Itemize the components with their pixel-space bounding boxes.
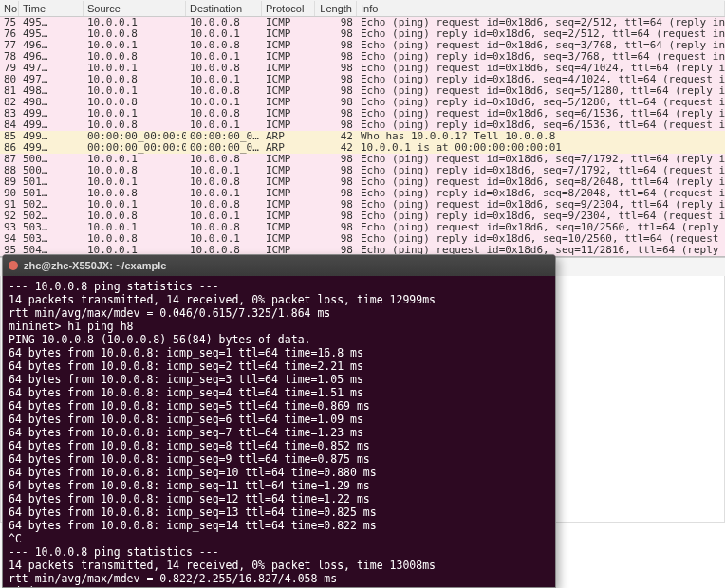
cell-info: Echo (ping) request id=0x18d6, seq=4/102…	[357, 63, 725, 74]
cell-time: 501…	[19, 188, 84, 199]
packet-row[interactable]: 92502…10.0.0.810.0.0.1ICMP98Echo (ping) …	[0, 211, 725, 222]
col-header-info[interactable]: Info	[357, 1, 725, 16]
packet-row[interactable]: 88500…10.0.0.810.0.0.1ICMP98Echo (ping) …	[0, 165, 725, 176]
cell-src: 10.0.0.1	[84, 199, 186, 211]
cell-info: Echo (ping) reply id=0x18d6, seq=9/2304,…	[357, 211, 725, 222]
packet-row[interactable]: 91502…10.0.0.110.0.0.8ICMP98Echo (ping) …	[0, 199, 725, 211]
cell-len: 98	[315, 188, 357, 199]
packet-list-header: No. Time Source Destination Protocol Len…	[0, 0, 725, 17]
cell-src: 10.0.0.1	[84, 222, 186, 233]
col-header-dst[interactable]: Destination	[186, 1, 262, 16]
cell-len: 98	[315, 222, 357, 233]
packet-row[interactable]: 87500…10.0.0.110.0.0.8ICMP98Echo (ping) …	[0, 154, 725, 165]
cell-no: 77	[0, 40, 19, 51]
cell-len: 98	[315, 233, 357, 245]
cell-len: 98	[315, 40, 357, 51]
cell-info: Echo (ping) reply id=0x18d6, seq=5/1280,…	[357, 97, 725, 108]
cell-dst: 10.0.0.1	[186, 165, 262, 176]
cell-src: 10.0.0.1	[84, 154, 186, 165]
cell-time: 495…	[19, 28, 84, 40]
cell-no: 79	[0, 63, 19, 74]
packet-list-pane: No. Time Source Destination Protocol Len…	[0, 0, 725, 257]
cell-dst: 10.0.0.8	[186, 63, 262, 74]
close-icon[interactable]	[9, 261, 18, 270]
packet-row[interactable]: 77496…10.0.0.110.0.0.8ICMP98Echo (ping) …	[0, 40, 725, 51]
cell-src: 10.0.0.1	[84, 40, 186, 51]
packet-row[interactable]: 80497…10.0.0.810.0.0.1ICMP98Echo (ping) …	[0, 74, 725, 85]
cell-dst: 00:00:00_0…	[186, 142, 262, 154]
cell-info: Echo (ping) reply id=0x18d6, seq=7/1792,…	[357, 165, 725, 176]
cell-no: 84	[0, 119, 19, 131]
cell-info: Echo (ping) request id=0x18d6, seq=3/768…	[357, 40, 725, 51]
packet-row[interactable]: 93503…10.0.0.110.0.0.8ICMP98Echo (ping) …	[0, 222, 725, 233]
packet-row[interactable]: 79497…10.0.0.110.0.0.8ICMP98Echo (ping) …	[0, 63, 725, 74]
cell-time: 498…	[19, 85, 84, 97]
cell-proto: ICMP	[262, 176, 315, 188]
cell-no: 92	[0, 211, 19, 222]
cell-info: Echo (ping) request id=0x18d6, seq=7/179…	[357, 154, 725, 165]
cell-info: Echo (ping) reply id=0x18d6, seq=6/1536,…	[357, 119, 725, 131]
cell-time: 502…	[19, 199, 84, 211]
packet-row[interactable]: 75495…10.0.0.110.0.0.8ICMP98Echo (ping) …	[0, 17, 725, 28]
packet-list-body[interactable]: 75495…10.0.0.110.0.0.8ICMP98Echo (ping) …	[0, 17, 725, 256]
cell-src: 10.0.0.8	[84, 119, 186, 131]
cell-len: 42	[315, 142, 357, 154]
cell-proto: ICMP	[262, 222, 315, 233]
packet-row[interactable]: 83499…10.0.0.110.0.0.8ICMP98Echo (ping) …	[0, 108, 725, 119]
cell-no: 87	[0, 154, 19, 165]
cell-time: 499…	[19, 131, 84, 142]
packet-row[interactable]: 94503…10.0.0.810.0.0.1ICMP98Echo (ping) …	[0, 233, 725, 245]
packet-row[interactable]: 82498…10.0.0.810.0.0.1ICMP98Echo (ping) …	[0, 97, 725, 108]
cell-info: Echo (ping) reply id=0x18d6, seq=8/2048,…	[357, 188, 725, 199]
packet-row[interactable]: 76495…10.0.0.810.0.0.1ICMP98Echo (ping) …	[0, 28, 725, 40]
cell-len: 98	[315, 28, 357, 40]
cell-proto: ICMP	[262, 74, 315, 85]
cell-len: 98	[315, 211, 357, 222]
cell-dst: 10.0.0.1	[186, 74, 262, 85]
packet-row[interactable]: 85499…00:00:00_00:00:0800:00:00_0…ARP42W…	[0, 131, 725, 142]
cell-time: 496…	[19, 51, 84, 63]
cell-proto: ICMP	[262, 165, 315, 176]
cell-no: 90	[0, 188, 19, 199]
cell-dst: 10.0.0.1	[186, 28, 262, 40]
cell-dst: 10.0.0.1	[186, 97, 262, 108]
col-header-no[interactable]: No.	[0, 1, 19, 16]
col-header-src[interactable]: Source	[84, 1, 186, 16]
packet-row[interactable]: 89501…10.0.0.110.0.0.8ICMP98Echo (ping) …	[0, 176, 725, 188]
cell-proto: ICMP	[262, 211, 315, 222]
cell-src: 10.0.0.8	[84, 165, 186, 176]
cell-proto: ARP	[262, 131, 315, 142]
cell-dst: 10.0.0.1	[186, 119, 262, 131]
cell-no: 94	[0, 233, 19, 245]
cell-len: 98	[315, 119, 357, 131]
cell-src: 10.0.0.8	[84, 51, 186, 63]
terminal-titlebar[interactable]: zhc@zhc-X550JX: ~/example	[3, 255, 555, 276]
cell-proto: ICMP	[262, 51, 315, 63]
cell-src: 10.0.0.8	[84, 211, 186, 222]
cell-info: Echo (ping) reply id=0x18d6, seq=2/512, …	[357, 28, 725, 40]
cell-info: Echo (ping) request id=0x18d6, seq=10/25…	[357, 222, 725, 233]
cell-no: 93	[0, 222, 19, 233]
col-header-len[interactable]: Length	[315, 1, 357, 16]
packet-row[interactable]: 81498…10.0.0.110.0.0.8ICMP98Echo (ping) …	[0, 85, 725, 97]
terminal-body[interactable]: --- 10.0.0.8 ping statistics --- 14 pack…	[3, 276, 555, 588]
cell-len: 98	[315, 199, 357, 211]
terminal-window[interactable]: zhc@zhc-X550JX: ~/example --- 10.0.0.8 p…	[2, 254, 556, 588]
cell-src: 10.0.0.1	[84, 85, 186, 97]
packet-row[interactable]: 84499…10.0.0.810.0.0.1ICMP98Echo (ping) …	[0, 119, 725, 131]
cell-time: 503…	[19, 222, 84, 233]
packet-row[interactable]: 86499…00:00:00_00:00:0100:00:00_0…ARP421…	[0, 142, 725, 154]
cell-time: 503…	[19, 233, 84, 245]
cell-dst: 10.0.0.8	[186, 108, 262, 119]
col-header-proto[interactable]: Protocol	[262, 1, 315, 16]
cell-time: 502…	[19, 211, 84, 222]
cell-no: 80	[0, 74, 19, 85]
cell-len: 98	[315, 97, 357, 108]
packet-row[interactable]: 90501…10.0.0.810.0.0.1ICMP98Echo (ping) …	[0, 188, 725, 199]
cell-src: 00:00:00_00:00:01	[84, 142, 186, 154]
col-header-time[interactable]: Time	[19, 1, 84, 16]
cell-proto: ICMP	[262, 97, 315, 108]
cell-time: 501…	[19, 176, 84, 188]
packet-row[interactable]: 78496…10.0.0.810.0.0.1ICMP98Echo (ping) …	[0, 51, 725, 63]
cell-proto: ICMP	[262, 63, 315, 74]
